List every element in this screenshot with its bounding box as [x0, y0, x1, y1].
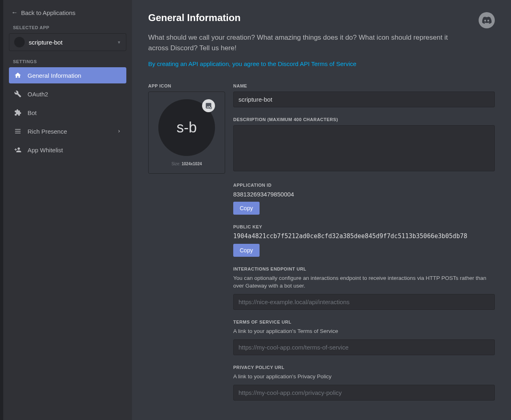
tos-url-help: A link to your application's Terms of Se… — [233, 328, 495, 335]
list-icon — [14, 127, 22, 135]
sidebar-item-general-information[interactable]: General Information — [9, 67, 126, 83]
name-label: NAME — [233, 83, 495, 88]
privacy-url-label: PRIVACY POLICY URL — [233, 365, 495, 370]
description-label: DESCRIPTION (MAXIMUM 400 CHARACTERS) — [233, 117, 495, 122]
page-title: General Information — [148, 12, 495, 23]
description-textarea[interactable] — [233, 125, 495, 171]
app-icon-label: APP ICON — [148, 83, 225, 88]
caret-down-icon: ▼ — [117, 40, 121, 45]
sidebar-item-label: Rich Presence — [28, 128, 67, 135]
tos-url-label: TERMS OF SERVICE URL — [233, 320, 495, 324]
copy-app-id-button[interactable]: Copy — [233, 202, 260, 215]
sidebar-item-app-whitelist[interactable]: App Whitelist — [9, 142, 126, 158]
public-key-label: PUBLIC KEY — [233, 224, 495, 229]
copy-public-key-button[interactable]: Copy — [233, 244, 260, 257]
settings-label: SETTINGS — [13, 59, 126, 64]
sidebar: ← Back to Applications SELECTED APP scri… — [0, 0, 132, 420]
app-id-value: 838132693479850004 — [233, 191, 495, 198]
interactions-label: INTERACTIONS ENDPOINT URL — [233, 266, 495, 271]
puzzle-icon — [14, 109, 22, 117]
privacy-url-input[interactable] — [233, 385, 495, 401]
app-id-label: APPLICATION ID — [233, 183, 495, 188]
interactions-help: You can optionally configure an interact… — [233, 275, 495, 290]
home-icon — [14, 71, 22, 79]
tos-link[interactable]: By creating an API application, you agre… — [148, 60, 495, 67]
upload-image-icon — [202, 99, 215, 112]
sidebar-item-oauth2[interactable]: OAuth2 — [9, 86, 126, 102]
selected-app-name: scripture-bot — [29, 39, 113, 46]
main-content: General Information What should we call … — [132, 0, 511, 420]
selected-app-label: SELECTED APP — [13, 25, 126, 30]
public-key-value: 1904a4821ccb7f5212ad0ce8cfd32a385dee845d… — [233, 232, 495, 240]
sidebar-item-bot[interactable]: Bot — [9, 104, 126, 121]
back-label: Back to Applications — [21, 9, 75, 16]
chevron-right-icon — [117, 128, 121, 135]
app-selector-dropdown[interactable]: scripture-bot ▼ — [9, 33, 126, 51]
wrench-icon — [14, 90, 22, 98]
tos-url-input[interactable] — [233, 339, 495, 355]
sidebar-item-label: App Whitelist — [28, 147, 63, 154]
page-subtitle: What should we call your creation? What … — [148, 32, 468, 53]
app-avatar-icon — [14, 37, 25, 47]
person-add-icon — [14, 146, 22, 154]
app-icon-upload[interactable]: s-b Size: 1024x1024 — [148, 92, 225, 174]
sidebar-item-label: Bot — [28, 109, 37, 116]
interactions-url-input[interactable] — [233, 294, 495, 310]
app-icon-initials: s-b — [177, 119, 197, 136]
icon-size-hint: Size: 1024x1024 — [171, 162, 202, 166]
app-icon-preview: s-b — [158, 99, 215, 156]
sidebar-item-rich-presence[interactable]: Rich Presence — [9, 123, 126, 139]
discord-logo-icon[interactable] — [479, 12, 495, 28]
name-input[interactable] — [233, 92, 495, 107]
privacy-url-help: A link to your application's Privacy Pol… — [233, 373, 495, 381]
back-to-applications-link[interactable]: ← Back to Applications — [9, 7, 126, 18]
arrow-left-icon: ← — [11, 9, 18, 16]
sidebar-item-label: OAuth2 — [28, 91, 48, 98]
sidebar-item-label: General Information — [28, 72, 81, 79]
